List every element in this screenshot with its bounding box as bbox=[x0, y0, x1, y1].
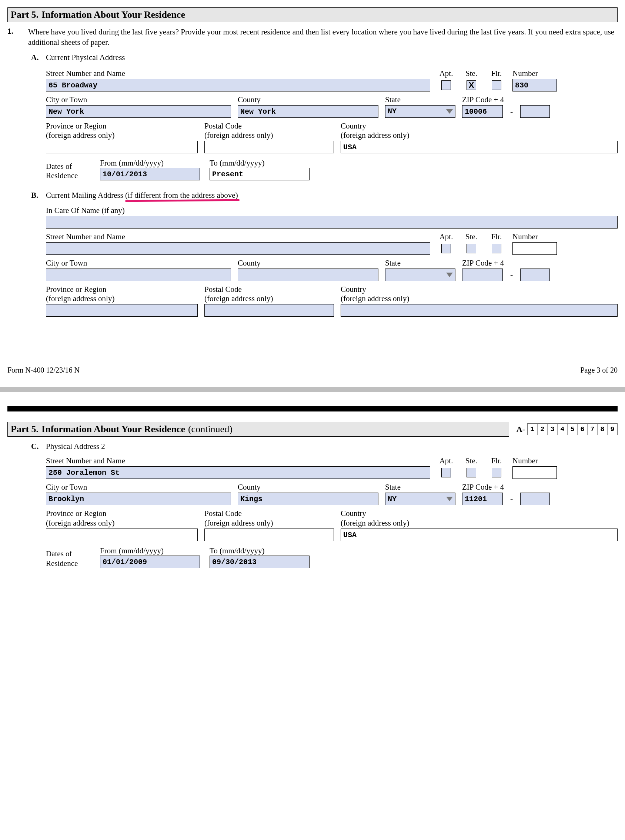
a-cell[interactable]: 5 bbox=[567, 424, 578, 435]
c-label-postal: Postal Code bbox=[204, 509, 334, 518]
part5-prefix: Part 5. bbox=[11, 9, 39, 20]
b-country-input[interactable] bbox=[340, 304, 617, 317]
page-top-bar bbox=[8, 406, 617, 411]
a-cell[interactable]: 2 bbox=[538, 424, 547, 435]
b-flr-checkbox[interactable] bbox=[492, 244, 501, 254]
label-residence: Residence bbox=[46, 171, 90, 180]
label-dates-of: Dates of bbox=[46, 162, 90, 171]
section-c: C. Physical Address 2 Street Number and … bbox=[31, 442, 617, 568]
c-label-foreign2: (foreign address only) bbox=[204, 518, 334, 528]
chevron-down-icon bbox=[446, 272, 453, 277]
label-zip: ZIP Code + 4 bbox=[462, 95, 617, 104]
a-cell[interactable]: 9 bbox=[608, 424, 617, 435]
a-number-input[interactable]: 830 bbox=[512, 79, 557, 92]
b-incare-input[interactable] bbox=[46, 216, 617, 229]
divider bbox=[8, 325, 617, 325]
section-c-title: Physical Address 2 bbox=[46, 442, 617, 451]
a-cell[interactable]: 8 bbox=[598, 424, 608, 435]
a-zip5-input[interactable]: 10006 bbox=[462, 105, 503, 118]
a-state-value: NY bbox=[388, 107, 396, 115]
b-number-input[interactable] bbox=[512, 242, 557, 255]
a-zip4-input[interactable] bbox=[520, 105, 550, 118]
label-city: City or Town bbox=[46, 95, 231, 104]
a-cell[interactable]: 1 bbox=[528, 424, 538, 435]
b-label-zip: ZIP Code + 4 bbox=[462, 258, 617, 268]
c-country-input[interactable]: USA bbox=[340, 529, 617, 541]
dash: - bbox=[510, 107, 513, 116]
b-zip4-input[interactable] bbox=[520, 269, 550, 281]
c-state-select[interactable]: NY bbox=[385, 493, 456, 505]
c-province-input[interactable] bbox=[46, 529, 198, 541]
a-county-input[interactable]: New York bbox=[238, 105, 378, 118]
b-apt-checkbox[interactable] bbox=[442, 244, 451, 254]
c-postal-input[interactable] bbox=[204, 529, 334, 541]
part5c-title: Information About Your Residence bbox=[42, 424, 185, 435]
svg-marker-0 bbox=[446, 109, 453, 114]
c-number-input[interactable] bbox=[512, 466, 557, 479]
footer-left: Form N-400 12/23/16 N bbox=[8, 366, 79, 375]
a-cell[interactable]: 3 bbox=[547, 424, 558, 435]
c-city-input[interactable]: Brooklyn bbox=[46, 493, 231, 505]
a-from-input[interactable]: 10/01/2013 bbox=[100, 168, 200, 180]
a-number-box: A- 1 2 3 4 5 6 7 8 9 bbox=[516, 422, 617, 437]
c-street-input[interactable]: 250 Joralemon St bbox=[46, 466, 430, 479]
question-1: 1. Where have you lived during the last … bbox=[8, 26, 617, 48]
b-city-input[interactable] bbox=[46, 269, 231, 281]
a-city-input[interactable]: New York bbox=[46, 105, 231, 118]
b-state-select[interactable] bbox=[385, 269, 456, 281]
b-label-foreign2: (foreign address only) bbox=[204, 294, 334, 303]
c-apt-checkbox[interactable] bbox=[442, 468, 451, 478]
c-to-input[interactable]: 09/30/2013 bbox=[210, 555, 309, 568]
a-cell[interactable]: 4 bbox=[558, 424, 567, 435]
c-label-apt: Apt. bbox=[437, 456, 456, 465]
a-flr-checkbox[interactable] bbox=[492, 80, 501, 90]
b-label-county: County bbox=[238, 258, 378, 268]
section-a-letter: A. bbox=[31, 53, 42, 180]
b-label-foreign3: (foreign address only) bbox=[340, 294, 617, 303]
c-zip4-input[interactable] bbox=[520, 493, 550, 505]
a-postal-input[interactable] bbox=[204, 141, 334, 153]
b-label-province: Province or Region bbox=[46, 285, 198, 294]
label-flr: Flr. bbox=[487, 69, 506, 78]
c-flr-checkbox[interactable] bbox=[492, 468, 501, 478]
b-label-number: Number bbox=[512, 232, 557, 241]
label-to: To (mm/dd/yyyy) bbox=[210, 159, 309, 168]
c-ste-checkbox[interactable] bbox=[466, 468, 476, 478]
a-apt-checkbox[interactable] bbox=[442, 80, 451, 90]
svg-marker-1 bbox=[446, 272, 453, 277]
b-street-input[interactable] bbox=[46, 242, 430, 255]
part5-continued-row: Part 5. Information About Your Residence… bbox=[8, 422, 617, 437]
c-county-input[interactable]: Kings bbox=[238, 493, 378, 505]
c-label-county: County bbox=[238, 482, 378, 492]
a-ste-checkbox[interactable]: X bbox=[466, 80, 476, 90]
part5c-prefix: Part 5. bbox=[11, 424, 39, 435]
section-a: A. Current Physical Address Street Numbe… bbox=[31, 53, 617, 180]
b-zip5-input[interactable] bbox=[462, 269, 503, 281]
b-label-country: Country bbox=[340, 285, 617, 294]
a-number-cells[interactable]: 1 2 3 4 5 6 7 8 9 bbox=[527, 423, 617, 435]
a-state-select[interactable]: NY bbox=[385, 105, 456, 118]
part5-title: Information About Your Residence bbox=[42, 9, 185, 20]
a-cell[interactable]: 6 bbox=[578, 424, 588, 435]
b-label-state: State bbox=[385, 258, 456, 268]
svg-marker-2 bbox=[446, 497, 453, 501]
b-county-input[interactable] bbox=[238, 269, 378, 281]
label-county: County bbox=[238, 95, 378, 104]
a-cell[interactable]: 7 bbox=[588, 424, 598, 435]
label-in-care: In Care Of Name (if any) bbox=[46, 206, 125, 215]
c-label-number: Number bbox=[512, 456, 557, 465]
b-postal-input[interactable] bbox=[204, 304, 334, 317]
c-label-country: Country bbox=[340, 509, 617, 518]
q1-number: 1. bbox=[8, 26, 22, 48]
b-ste-checkbox[interactable] bbox=[466, 244, 476, 254]
a-country-input[interactable]: USA bbox=[340, 141, 617, 153]
label-apt: Apt. bbox=[437, 69, 456, 78]
a-street-input[interactable]: 65 Broadway bbox=[46, 79, 430, 92]
a-province-input[interactable] bbox=[46, 141, 198, 153]
label-foreign2: (foreign address only) bbox=[204, 131, 334, 140]
a-to-input[interactable]: Present bbox=[210, 168, 309, 180]
section-b-letter: B. bbox=[31, 191, 42, 317]
c-zip5-input[interactable]: 11201 bbox=[462, 493, 503, 505]
b-province-input[interactable] bbox=[46, 304, 198, 317]
c-from-input[interactable]: 01/01/2009 bbox=[100, 555, 200, 568]
